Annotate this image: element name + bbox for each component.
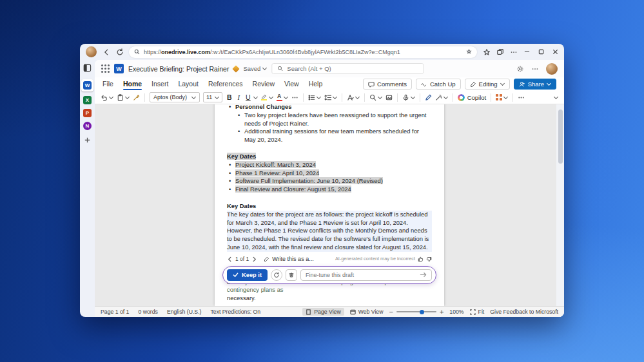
page-count[interactable]: Page 1 of 1: [101, 309, 129, 315]
search-box[interactable]: Search (Alt + Q): [271, 63, 424, 74]
doc-bullet-selected: Final Review and Closure: August 15, 202…: [227, 186, 432, 194]
tab-view[interactable]: View: [284, 78, 299, 90]
font-color-button[interactable]: A: [277, 93, 288, 101]
app-launcher-icon[interactable]: [101, 64, 110, 73]
powerpoint-icon[interactable]: P: [83, 109, 92, 117]
collapse-ribbon-icon[interactable]: [554, 95, 558, 100]
tab-review[interactable]: Review: [253, 78, 275, 90]
bold-button[interactable]: B: [226, 93, 233, 101]
chevron-down-icon: [284, 95, 288, 100]
chevron-down-icon: [444, 95, 448, 100]
document-title[interactable]: Executive Briefing: Project Rainer: [128, 65, 229, 73]
onenote-icon[interactable]: N: [83, 122, 92, 130]
sidebar-item-word[interactable]: W: [81, 79, 93, 91]
url-text: https://onedrive.live.com/:w:/t/EaCKkPs6…: [144, 49, 400, 55]
language-selector[interactable]: English (U.S.): [167, 309, 202, 315]
tab-insert[interactable]: Insert: [151, 78, 168, 90]
send-arrow-icon[interactable]: [420, 271, 427, 278]
collections-icon[interactable]: [496, 48, 504, 56]
tab-layout[interactable]: Layout: [178, 78, 199, 90]
add-ins-button[interactable]: [496, 94, 508, 100]
zoom-in-icon[interactable]: +: [440, 309, 444, 316]
minimize-icon[interactable]: [524, 49, 530, 55]
settings-gear-icon[interactable]: [516, 65, 524, 73]
regenerate-button[interactable]: [271, 269, 282, 281]
format-painter-icon: [133, 94, 140, 101]
rewrite-prompt[interactable]: Write this as a...: [272, 255, 313, 263]
font-name-select[interactable]: Aptos (Body): [150, 92, 200, 102]
web-view-button[interactable]: Web View: [350, 309, 384, 315]
chevron-down-icon: [191, 95, 196, 100]
favorites-icon[interactable]: [482, 48, 491, 56]
scrollbar[interactable]: [556, 104, 564, 306]
document-canvas: Personnel Changes Two key project leader…: [95, 104, 564, 306]
keep-it-button[interactable]: Keep it: [227, 269, 268, 281]
ribbon-tabs: File Home Insert Layout References Revie…: [95, 77, 564, 91]
text-predictions-toggle[interactable]: Text Predictions: On: [210, 309, 260, 315]
more-ribbon-icon[interactable]: [518, 94, 525, 101]
maximize-icon[interactable]: [538, 49, 544, 55]
tab-help[interactable]: Help: [309, 78, 323, 90]
chevron-down-icon: [253, 95, 258, 100]
autoformat-button[interactable]: [435, 94, 448, 101]
highlight-button[interactable]: [261, 94, 273, 101]
account-avatar[interactable]: [546, 63, 558, 75]
zoom-slider[interactable]: [396, 311, 436, 312]
more-font-options-icon[interactable]: [291, 94, 298, 101]
font-size-select[interactable]: 11: [203, 92, 222, 102]
tab-references[interactable]: References: [208, 78, 243, 90]
scrollbar-thumb[interactable]: [558, 110, 563, 164]
browser-menu-icon[interactable]: [509, 48, 518, 56]
editor-button[interactable]: [425, 94, 432, 101]
format-painter-button[interactable]: [133, 94, 140, 101]
header-more-icon[interactable]: [531, 65, 539, 73]
comments-button[interactable]: Comments: [363, 79, 412, 90]
document-page[interactable]: Personnel Changes Two key project leader…: [215, 104, 444, 306]
word-count[interactable]: 0 words: [138, 309, 157, 315]
save-status[interactable]: Saved: [243, 65, 267, 72]
page-view-button[interactable]: Page View: [302, 308, 344, 316]
refresh-icon[interactable]: [115, 48, 124, 56]
find-button[interactable]: [369, 94, 382, 101]
undo-button[interactable]: [101, 94, 113, 101]
pencil-icon: [470, 81, 476, 88]
styles-button[interactable]: [347, 94, 360, 101]
browser-profile-avatar[interactable]: [86, 46, 97, 57]
line-spacing-button[interactable]: [324, 94, 337, 101]
paste-button[interactable]: [117, 94, 130, 101]
close-icon[interactable]: [552, 49, 558, 55]
tab-file[interactable]: File: [102, 78, 113, 90]
zoom-level[interactable]: 100%: [449, 309, 463, 315]
add-sidebar-app-icon[interactable]: [84, 135, 91, 146]
previous-draft-icon[interactable]: [227, 256, 233, 262]
italic-button[interactable]: I: [237, 94, 242, 101]
underline-button[interactable]: U: [244, 93, 258, 101]
editing-mode-button[interactable]: Editing: [465, 79, 510, 90]
designer-button[interactable]: [385, 94, 393, 101]
search-placeholder: Search (Alt + Q): [287, 65, 331, 72]
highlight-icon: [261, 94, 268, 101]
site-permissions-icon[interactable]: [466, 49, 472, 55]
sidebar-panel-icon[interactable]: [83, 63, 92, 75]
zoom-out-icon[interactable]: −: [389, 309, 393, 316]
zoom-slider-thumb[interactable]: [420, 310, 424, 314]
back-icon[interactable]: [102, 48, 110, 56]
designer-icon: [385, 94, 393, 101]
fine-tune-input[interactable]: [306, 272, 416, 278]
fit-button[interactable]: Fit: [470, 309, 485, 315]
thumbs-up-icon[interactable]: [418, 256, 424, 262]
thumbs-down-icon[interactable]: [426, 256, 432, 262]
bullets-button[interactable]: [308, 94, 321, 101]
next-draft-icon[interactable]: [251, 256, 257, 262]
chevron-down-icon: [333, 95, 337, 100]
tab-home[interactable]: Home: [123, 78, 142, 90]
excel-icon[interactable]: X: [83, 96, 92, 104]
catch-up-button[interactable]: Catch Up: [416, 79, 461, 90]
share-button[interactable]: Share: [514, 79, 556, 90]
address-bar[interactable]: https://onedrive.live.com/:w:/t/EaCKkPs6…: [129, 46, 477, 58]
feedback-link[interactable]: Give Feedback to Microsoft: [490, 309, 558, 315]
discard-button[interactable]: [286, 269, 297, 281]
copilot-button[interactable]: Copilot: [458, 94, 487, 101]
dictate-button[interactable]: [402, 94, 415, 101]
word-logo-icon: W: [114, 64, 124, 73]
